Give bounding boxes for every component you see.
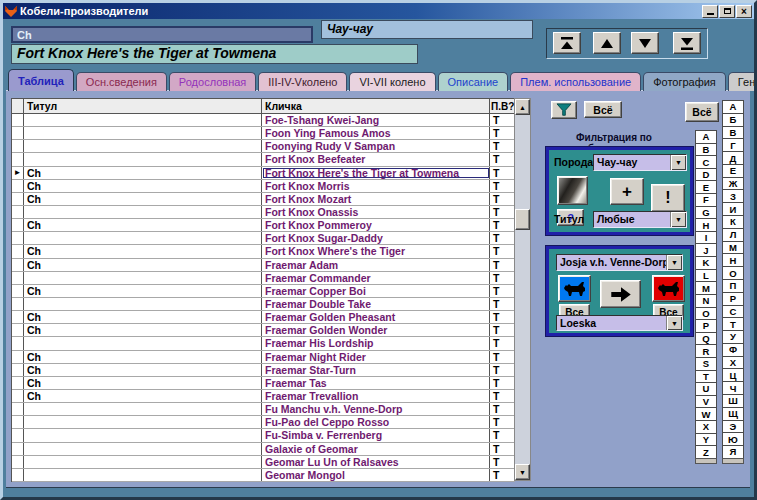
name-cell[interactable]: Fort Knox Pommeroy (262, 219, 490, 231)
current-dog-name-field[interactable]: Fort Knox Here's the Tiger at Towmena (11, 44, 418, 64)
letter-button-S[interactable]: S (695, 357, 717, 371)
sire-dog-button[interactable] (558, 275, 591, 302)
letter-button-B[interactable]: B (695, 143, 717, 157)
record-selector-cell[interactable] (12, 429, 24, 441)
table-row[interactable]: Foon Ying Famous AmosТ (12, 127, 515, 140)
table-row[interactable]: Fu Manchu v.h. Venne-DorpТ (12, 403, 515, 416)
add-filter-button[interactable]: + (610, 178, 644, 205)
letter-button-Q[interactable]: Q (695, 332, 717, 346)
letter-button-Y[interactable]: Y (695, 433, 717, 447)
title-cell[interactable]: Ch (24, 311, 262, 323)
name-cell[interactable]: Fraemar Double Take (262, 298, 490, 310)
name-cell[interactable]: Foon Ying Famous Amos (262, 127, 490, 139)
letter-button-R[interactable]: R (695, 344, 717, 358)
table-row[interactable]: Fraemar His LordshipТ (12, 337, 515, 350)
name-cell[interactable]: Foonying Rudy V Sampan (262, 140, 490, 152)
record-selector-cell[interactable] (12, 259, 24, 271)
letter-button-З[interactable]: З (722, 189, 744, 203)
record-selector-cell[interactable] (12, 337, 24, 349)
letter-button-C[interactable]: C (695, 155, 717, 169)
letter-button-Z[interactable]: Z (695, 445, 717, 459)
pv-cell[interactable]: Т (490, 390, 515, 402)
dam-dropdown[interactable]: Loeska ▼ (556, 315, 683, 331)
letter-button-К[interactable]: К (722, 215, 744, 229)
tab-description[interactable]: Описание (438, 72, 509, 91)
letter-button-V[interactable]: V (695, 395, 717, 409)
name-cell[interactable]: Fraemar Commander (262, 272, 490, 284)
alphabet-all-button[interactable]: Всё (685, 102, 719, 122)
scrollbar-thumb[interactable] (515, 209, 530, 230)
title-cell[interactable] (24, 443, 262, 455)
name-cell[interactable]: Fraemar His Lordship (262, 337, 490, 349)
table-row[interactable]: Fraemar Double TakeТ (12, 298, 515, 311)
next-record-button[interactable] (631, 32, 659, 54)
breed-display-field[interactable]: Чау-чау (321, 20, 533, 39)
table-row[interactable]: Foonying Rudy V SampanТ (12, 140, 515, 153)
letter-button-У[interactable]: У (722, 330, 744, 344)
title-cell[interactable] (24, 337, 262, 349)
pv-cell[interactable]: Т (490, 403, 515, 415)
pv-cell[interactable]: Т (490, 180, 515, 192)
name-cell[interactable]: Galaxie of Geomar (262, 443, 490, 455)
name-cell[interactable]: Fraemar Copper Boi (262, 285, 490, 297)
title-cell[interactable] (24, 153, 262, 165)
name-cell[interactable]: Fraemar Golden Pheasant (262, 311, 490, 323)
tab-breeding-use[interactable]: Плем. использование (510, 72, 641, 91)
table-row[interactable]: Fu-Pao del Ceppo RossoТ (12, 416, 515, 429)
table-row[interactable]: ChFort Knox MozartТ (12, 193, 515, 206)
title-cell[interactable] (24, 206, 262, 218)
pv-cell[interactable]: Т (490, 206, 515, 218)
name-cell[interactable]: Fraemar Night Rider (262, 351, 490, 363)
letter-button-E[interactable]: E (695, 180, 717, 194)
name-cell[interactable]: Fraemar Adam (262, 259, 490, 271)
sire-dropdown[interactable]: Josja v.h. Venne-Dorp ▼ (556, 254, 683, 271)
table-row[interactable]: ChFort Knox PommeroyТ (12, 219, 515, 232)
pv-cell[interactable]: Т (490, 127, 515, 139)
letter-button-Ж[interactable]: Ж (722, 177, 744, 191)
letter-button-L[interactable]: L (695, 269, 717, 283)
letter-button-Э[interactable]: Э (722, 420, 744, 434)
letter-button-I[interactable]: I (695, 231, 717, 245)
letter-button-T[interactable]: T (695, 370, 717, 384)
letter-button-G[interactable]: G (695, 206, 717, 220)
title-cell[interactable]: Ch (24, 351, 262, 363)
record-selector-cell[interactable] (12, 153, 24, 165)
title-cell[interactable] (24, 298, 262, 310)
go-to-pair-button[interactable] (600, 280, 641, 308)
record-selector-cell[interactable] (12, 127, 24, 139)
record-selector-cell[interactable] (12, 272, 24, 284)
letter-button-Я[interactable]: Я (722, 445, 744, 459)
pv-cell[interactable]: Т (490, 114, 515, 126)
pv-cell[interactable]: Т (490, 245, 515, 257)
title-cell[interactable]: Ch (24, 364, 262, 376)
table-row[interactable]: ChFraemar AdamТ (12, 259, 515, 272)
tab-gen-scheme[interactable]: Ген.схема (728, 72, 757, 91)
name-cell[interactable]: Fraemar Star-Turn (262, 364, 490, 376)
name-cell[interactable]: Fort Knox Where's the Tiger (262, 245, 490, 257)
pv-cell[interactable]: Т (490, 351, 515, 363)
letter-button-Д[interactable]: Д (722, 151, 744, 165)
letter-button-М[interactable]: М (722, 241, 744, 255)
letter-button-Г[interactable]: Г (722, 138, 744, 152)
table-scrollbar[interactable]: ▲ ▼ (514, 98, 531, 481)
letter-button-Б[interactable]: Б (722, 113, 744, 127)
letter-button-Е[interactable]: Е (722, 164, 744, 178)
apply-filter-button[interactable]: ! (651, 184, 685, 212)
table-row[interactable]: Fraemar CommanderТ (12, 272, 515, 285)
tab-pedigree[interactable]: Родословная (169, 72, 256, 91)
letter-button-X[interactable]: X (695, 420, 717, 434)
pv-cell[interactable]: Т (490, 272, 515, 284)
pv-cell[interactable]: Т (490, 429, 515, 441)
letter-button-J[interactable]: J (695, 243, 717, 257)
title-cell[interactable]: Ch (24, 193, 262, 205)
letter-button-A[interactable]: A (695, 130, 717, 144)
tab-gen6-7[interactable]: VI-VII колено (349, 72, 435, 91)
letter-button-M[interactable]: M (695, 281, 717, 295)
title-cell[interactable] (24, 469, 262, 481)
letter-button-N[interactable]: N (695, 294, 717, 308)
title-cell[interactable] (24, 140, 262, 152)
column-header-name[interactable]: Кличка (262, 99, 490, 113)
table-row[interactable]: ChFraemar TasТ (12, 377, 515, 390)
pv-cell[interactable]: Т (490, 285, 515, 297)
name-cell[interactable]: Fu Manchu v.h. Venne-Dorp (262, 403, 490, 415)
